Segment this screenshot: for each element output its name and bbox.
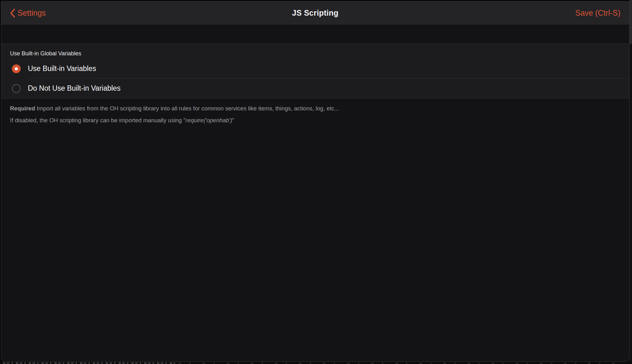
setting-description-line1-text: Import all variables from the OH scripti… — [35, 105, 339, 112]
chevron-left-icon — [10, 8, 15, 18]
navbar: Settings JS Scripting Save (Ctrl-S) — [1, 1, 629, 25]
back-button[interactable]: Settings — [10, 8, 46, 18]
background-window-right-edge — [629, 0, 632, 364]
js-scripting-settings-dialog: Settings JS Scripting Save (Ctrl-S) Use … — [1, 1, 629, 362]
background-window-clipped-text — [0, 362, 632, 364]
radio-option-use-builtin-variables[interactable]: Use Built-in Variables — [1, 59, 629, 78]
background-window-right-edge-top — [629, 0, 632, 44]
required-badge-text: Required — [10, 105, 35, 112]
radio-option-label: Do Not Use Built-in Variables — [28, 84, 120, 93]
code-snippet: require('openhab') — [186, 117, 232, 124]
setting-description-line2: If disabled, the OH scripting library ca… — [10, 114, 610, 126]
radio-option-do-not-use-builtin-variables[interactable]: Do Not Use Built-in Variables — [1, 78, 629, 98]
setting-description-line1: Required Import all variables from the O… — [10, 103, 610, 114]
back-button-label: Settings — [18, 8, 46, 18]
radio-option-label: Use Built-in Variables — [28, 64, 96, 73]
page-title: JS Scripting — [1, 8, 629, 18]
clipped-text-fragment — [3, 362, 175, 364]
radio-group-label: Use Built-in Global Variables — [1, 44, 629, 59]
closing-quote: " — [232, 117, 234, 124]
clipped-text-fragment — [178, 363, 616, 364]
screen: Settings JS Scripting Save (Ctrl-S) Use … — [0, 0, 632, 364]
save-button[interactable]: Save (Ctrl-S) — [575, 8, 620, 18]
content-spacer — [1, 25, 629, 43]
radio-selected-icon[interactable] — [12, 64, 21, 73]
setting-description-line2-text: If disabled, the OH scripting library ca… — [10, 117, 186, 124]
setting-description: Required Import all variables from the O… — [1, 103, 629, 126]
radio-unselected-icon[interactable] — [12, 84, 21, 93]
radio-group-card: Use Built-in Global Variables Use Built-… — [1, 43, 629, 99]
